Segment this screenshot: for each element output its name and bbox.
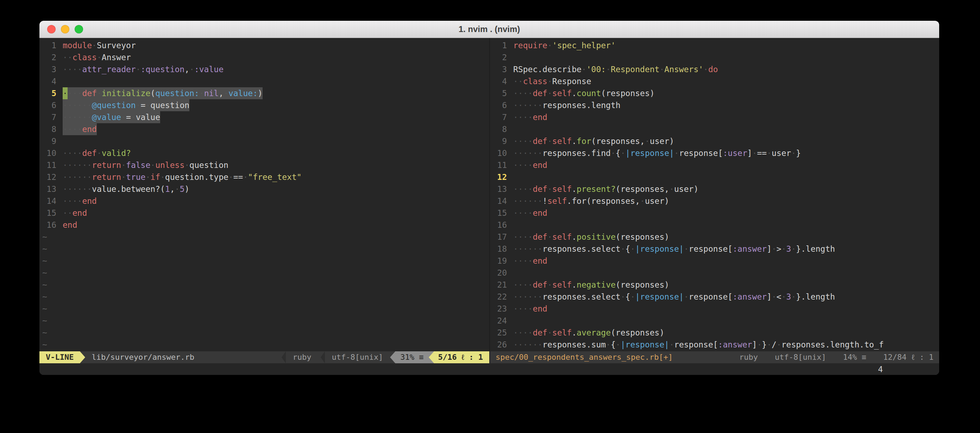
code-text[interactable]: ····def·valid? [63, 147, 131, 159]
code-text[interactable]: ······return·true·if·question.type·==·"f… [63, 171, 302, 183]
code-text[interactable]: ······responses.length [513, 99, 620, 111]
statusline-right[interactable]: spec/00_respondents_answers_spec.rb[+] r… [490, 351, 939, 363]
code-text[interactable]: ······responses.find·{·|response|·respon… [513, 147, 801, 159]
code-row[interactable]: 4 [40, 75, 489, 87]
code-text[interactable]: ····end [513, 255, 547, 267]
code-row[interactable]: 12······return·true·if·question.type·==·… [40, 171, 489, 183]
code-text[interactable]: ····attr_reader·:question,·:value [63, 64, 224, 75]
code-row[interactable]: 14····end [40, 195, 489, 207]
code-row[interactable]: 18······responses.select·{·|response|·re… [490, 243, 939, 255]
code-row[interactable]: 10····def·valid? [40, 147, 489, 159]
code-row[interactable]: 8 [490, 123, 939, 135]
code-row[interactable]: 26······responses.sum·{·|response|·respo… [490, 339, 939, 351]
empty-buffer-row[interactable]: ~ [40, 255, 489, 267]
code-row[interactable]: 24 [490, 315, 939, 327]
empty-buffer-row[interactable]: ~ [40, 291, 489, 303]
tilde-marker: ~ [42, 339, 47, 351]
code-text[interactable]: ····end [63, 195, 97, 207]
code-row[interactable]: 9····def·self.for(responses,·user) [490, 135, 939, 147]
code-token: ] [752, 340, 757, 349]
code-text[interactable]: ····def·self.present?(responses,·user) [513, 183, 698, 195]
code-row[interactable]: 23····end [490, 303, 939, 315]
code-row[interactable]: 5····def·self.count(responses) [490, 87, 939, 99]
whitespace-dot: · [121, 113, 126, 122]
code-text[interactable]: ····def·self.average(responses) [513, 327, 664, 339]
empty-buffer-row[interactable]: ~ [40, 315, 489, 327]
code-row[interactable]: 12 [490, 171, 939, 183]
code-text[interactable]: RSpec.describe·'00:·Respondent·Answers'·… [513, 64, 718, 75]
right-buffer[interactable]: 1require·'spec_helper'23RSpec.describe·'… [490, 38, 939, 351]
code-text[interactable]: end [63, 219, 78, 231]
empty-buffer-row[interactable]: ~ [40, 279, 489, 291]
code-text[interactable]: ····end [513, 159, 547, 171]
code-row[interactable]: 8····end [40, 123, 489, 135]
code-text[interactable]: ······@value·=·value [63, 111, 160, 123]
code-text[interactable]: ····end [63, 123, 97, 135]
code-text[interactable]: ····def·self.for(responses,·user) [513, 135, 674, 147]
code-row[interactable]: 3RSpec.describe·'00:·Respondent·Answers'… [490, 64, 939, 75]
code-row[interactable]: 6······@question·=·question [40, 99, 489, 111]
code-row[interactable]: 9 [40, 135, 489, 147]
empty-buffer-row[interactable]: ~ [40, 327, 489, 339]
code-row[interactable]: 7······@value·=·value [40, 111, 489, 123]
empty-buffer-row[interactable]: ~ [40, 231, 489, 243]
code-text[interactable]: ··class·Answer [63, 51, 131, 64]
code-token: response[ [674, 340, 718, 349]
code-row[interactable]: 10······responses.find·{·|response|·resp… [490, 147, 939, 159]
code-token: for [577, 137, 591, 146]
code-token: module [63, 41, 92, 50]
code-row[interactable]: 6······responses.length [490, 99, 939, 111]
code-row[interactable]: 25····def·self.average(responses) [490, 327, 939, 339]
code-row[interactable]: 15····end [490, 207, 939, 219]
code-text[interactable]: ······responses.sum·{·|response|·respons… [513, 339, 884, 351]
code-token: end [73, 209, 87, 218]
code-row[interactable]: 4··class·Response [490, 75, 939, 87]
whitespace-dot: ··· [68, 89, 83, 98]
empty-buffer-row[interactable]: ~ [40, 339, 489, 351]
code-row[interactable]: 17····def·self.positive(responses) [490, 231, 939, 243]
code-row[interactable]: 14······!self.for(responses,·user) [490, 195, 939, 207]
code-text[interactable]: ····def·self.positive(responses) [513, 231, 669, 243]
code-row[interactable]: 2··class·Answer [40, 51, 489, 64]
code-text[interactable]: ····def·self.count(responses) [513, 87, 655, 99]
code-row[interactable]: 11······return·false·unless·question [40, 159, 489, 171]
code-row[interactable]: 20 [490, 267, 939, 279]
code-text[interactable]: ····def·self.negative(responses) [513, 279, 669, 291]
code-text[interactable]: ······responses.select·{·|response|·resp… [513, 291, 835, 303]
empty-buffer-row[interactable]: ~ [40, 303, 489, 315]
code-text[interactable]: ······value.between?(1,·5) [63, 183, 189, 195]
code-text[interactable]: ······@question·=·question [63, 99, 189, 111]
code-row[interactable]: 3····attr_reader·:question,·:value [40, 64, 489, 75]
code-text[interactable]: ····end [513, 207, 547, 219]
code-text[interactable]: ······return·false·unless·question [63, 159, 229, 171]
code-row[interactable]: 21····def·self.negative(responses) [490, 279, 939, 291]
code-text[interactable]: module·Surveyor [63, 40, 136, 51]
empty-buffer-row[interactable]: ~ [40, 243, 489, 255]
statusline-left[interactable]: V-LINE lib/surveyor/answer.rb ruby utf-8… [40, 351, 489, 363]
code-row[interactable]: 1require·'spec_helper' [490, 40, 939, 51]
titlebar[interactable]: 1. nvim . (nvim) [40, 21, 939, 38]
left-buffer[interactable]: 1module·Surveyor2··class·Answer3····attr… [40, 38, 489, 351]
code-row[interactable]: 5····def·initialize(question:·nil,·value… [40, 87, 489, 99]
code-row[interactable]: 2 [490, 51, 939, 64]
code-row[interactable]: 1module·Surveyor [40, 40, 489, 51]
code-row[interactable]: 16 [490, 219, 939, 231]
code-row[interactable]: 16end [40, 219, 489, 231]
code-row[interactable]: 19····end [490, 255, 939, 267]
code-row[interactable]: 11····end [490, 159, 939, 171]
code-text[interactable]: ······!self.for(responses,·user) [513, 195, 669, 207]
code-text[interactable]: ··end [63, 207, 87, 219]
code-text[interactable]: ····end [513, 303, 547, 315]
whitespace-dot: · [616, 340, 620, 349]
code-row[interactable]: 7····end [490, 111, 939, 123]
code-text[interactable]: ······responses.select·{·|response|·resp… [513, 243, 835, 255]
code-text[interactable]: require·'spec_helper' [513, 40, 616, 51]
empty-buffer-row[interactable]: ~ [40, 267, 489, 279]
code-text[interactable]: ····def·initialize(question:·nil,·value:… [63, 87, 262, 99]
code-row[interactable]: 22······responses.select·{·|response|·re… [490, 291, 939, 303]
code-row[interactable]: 13······value.between?(1,·5) [40, 183, 489, 195]
code-row[interactable]: 15··end [40, 207, 489, 219]
code-text[interactable]: ··class·Response [513, 75, 591, 87]
code-text[interactable]: ····end [513, 111, 547, 123]
code-row[interactable]: 13····def·self.present?(responses,·user) [490, 183, 939, 195]
